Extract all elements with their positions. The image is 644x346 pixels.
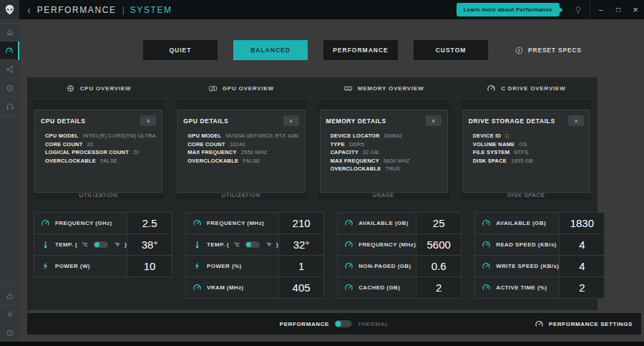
gpu-power-value: 1 xyxy=(278,256,323,277)
field-key: OVERCLOCKABLE xyxy=(187,158,238,164)
celsius-label: °C xyxy=(82,242,87,247)
sidebar-item-settings[interactable] xyxy=(0,304,19,323)
performance-thermal-toggle[interactable] xyxy=(335,320,352,327)
cpu-stats: FREQUENCY (GHz) 2.5 TEMP. ( °C °F ) 38° xyxy=(27,212,179,299)
memory-nonpaged-row: NON-PAGED (GB) 0.6 xyxy=(337,255,462,277)
field-key: CPU MODEL xyxy=(45,133,79,139)
titlebar: ‹ PERFORMANCE | SYSTEM Learn more about … xyxy=(0,0,644,19)
preset-specs-button[interactable]: PRESET SPECS xyxy=(514,46,582,55)
maximize-button[interactable]: □ xyxy=(610,0,627,19)
field-value: TRUE xyxy=(385,165,400,172)
page-subtitle: SYSTEM xyxy=(130,5,172,15)
gpu-vram-row: VRAM (MHz) 405 xyxy=(185,277,324,299)
gpu-details-close-button[interactable]: x xyxy=(283,115,299,126)
performance-settings-label: PERFORMANCE SETTINGS xyxy=(549,321,633,327)
tab-custom[interactable]: CUSTOM xyxy=(414,40,488,60)
gauge-icon xyxy=(41,218,50,228)
gpu-gauge-label: UTILIZATION xyxy=(177,192,305,198)
back-chevron-icon[interactable]: ‹ xyxy=(27,5,31,15)
stat-label: POWER (W) xyxy=(55,263,90,269)
disk-gauge-icon xyxy=(487,84,496,93)
sidebar-item-help[interactable] xyxy=(0,323,19,342)
footer-bar: PERFORMANCE THERMAL PERFORMANCE SETTINGS xyxy=(27,313,641,335)
stat-label: FREQUENCY (MHz) xyxy=(207,220,264,226)
settings-gauge-icon xyxy=(535,319,544,329)
field-value: C: xyxy=(505,133,511,139)
minimize-button[interactable]: – xyxy=(592,0,610,19)
memory-details-close-button[interactable]: x xyxy=(426,115,441,126)
stat-label: WRITE SPEED (KB/s) xyxy=(496,263,559,269)
drive-read-row: READ SPEED (KB/s) 4 xyxy=(474,234,605,256)
sidebar-spacer xyxy=(0,116,19,286)
cpu-details-card: CPU DETAILS x CPU MODELINTEL(R) CORE(TM)… xyxy=(34,110,162,193)
lightbulb-icon[interactable] xyxy=(569,6,587,14)
gauge-icon xyxy=(344,261,353,271)
overview-header-row: CPU OVERVIEW GPU OVERVIEW MEMORY OVERVIE… xyxy=(27,77,597,100)
memory-available-row: AVAILABLE (GB) 25 xyxy=(337,212,462,234)
footer-thermal-label: THERMAL xyxy=(358,321,389,327)
field-value: 2550 MHZ xyxy=(241,149,268,155)
drive-write-value: 4 xyxy=(559,256,604,277)
drive-gauge-label: DISK SPACE xyxy=(462,192,590,198)
mode-tabs: QUIET BALANCED PERFORMANCE CUSTOM PRESET… xyxy=(143,40,582,60)
stat-label: VRAM (MHz) xyxy=(207,284,244,291)
sidebar-item-fx[interactable] xyxy=(0,60,19,79)
cpu-temp-unit-toggle[interactable] xyxy=(94,241,108,248)
gpu-frequency-value: 210 xyxy=(278,213,323,234)
field-key: CAPACITY xyxy=(331,149,358,155)
drive-gauge-cell: 66.3 DISK SPACE DRIVE STORAGE DETAILS x … xyxy=(455,100,597,200)
cpu-overview-label: CPU OVERVIEW xyxy=(80,85,132,92)
field-key: GPU MODEL xyxy=(187,133,221,139)
drive-details-card: DRIVE STORAGE DETAILS x DEVICE IDC: VOLU… xyxy=(462,110,590,193)
tab-balanced[interactable]: BALANCED xyxy=(233,40,308,60)
stat-label: POWER (%) xyxy=(207,263,242,269)
drive-available-row: AVAILABLE (GB) 1830 xyxy=(474,212,605,234)
field-value: 1895 GB xyxy=(511,158,533,164)
field-key: CORE COUNT xyxy=(187,141,225,148)
cpu-details-close-button[interactable]: x xyxy=(140,115,156,126)
drive-write-row: WRITE SPEED (KB/s) 4 xyxy=(474,255,605,277)
alienware-logo[interactable] xyxy=(0,0,19,19)
field-value: 32 GB xyxy=(363,149,379,155)
sidebar-item-home[interactable] xyxy=(0,23,19,42)
drive-available-value: 1830 xyxy=(559,213,604,234)
gpu-overview-header: GPU OVERVIEW xyxy=(170,77,312,99)
sidebar-item-performance[interactable] xyxy=(0,42,19,60)
cpu-power-row: POWER (W) 10 xyxy=(34,255,172,277)
gpu-overview-label: GPU OVERVIEW xyxy=(223,85,274,92)
gpu-temp-value: 32° xyxy=(278,234,323,255)
gpu-temp-unit-toggle[interactable] xyxy=(245,241,260,248)
sidebar-item-feedback[interactable] xyxy=(0,286,19,304)
cpu-details-title: CPU DETAILS xyxy=(41,117,86,125)
sidebar-item-audio[interactable] xyxy=(0,97,19,116)
tab-performance[interactable]: PERFORMANCE xyxy=(323,40,398,60)
field-value: 5600 MHZ xyxy=(384,158,410,164)
memory-cached-row: CACHED (GB) 2 xyxy=(337,277,462,299)
stat-label: TEMP. ( xyxy=(55,241,77,248)
field-key: OVERCLOCKABLE xyxy=(331,165,381,172)
toggle-knob xyxy=(246,242,251,247)
field-value: INTEL(R) CORE(TM) ULTRA 7 265F xyxy=(83,133,156,139)
field-key: LOGICAL PROCESSOR COUNT xyxy=(45,149,129,155)
fahrenheit-label: °F xyxy=(114,242,119,247)
performance-settings-button[interactable]: PERFORMANCE SETTINGS xyxy=(535,313,633,335)
gauge-row: UTILIZATION CPU DETAILS x CPU MODELINTEL… xyxy=(27,100,597,200)
fahrenheit-label: °F xyxy=(266,242,271,247)
toggle-knob xyxy=(336,321,341,327)
home-icon xyxy=(6,28,14,37)
thermometer-icon xyxy=(192,240,202,249)
sidebar-item-library[interactable] xyxy=(0,79,19,97)
close-button[interactable]: × xyxy=(627,0,644,19)
system-monitor-panel: CPU OVERVIEW GPU OVERVIEW MEMORY OVERVIE… xyxy=(27,77,597,310)
field-value: DDR5 xyxy=(349,141,364,148)
cpu-chip-icon xyxy=(66,84,75,93)
field-value: OS xyxy=(519,141,527,148)
field-value: 10240 xyxy=(230,141,245,148)
drive-details-close-button[interactable]: x xyxy=(568,115,584,126)
gauge-icon xyxy=(482,283,491,292)
memory-stats: AVAILABLE (GB) 25 FREQUENCY (MHz) 5600 N… xyxy=(331,212,468,299)
field-key: DEVICE LOCATOR xyxy=(331,133,380,139)
tab-quiet[interactable]: QUIET xyxy=(143,40,218,60)
gauge-icon xyxy=(482,240,491,249)
stat-label: ACTIVE TIME (%) xyxy=(496,284,547,291)
